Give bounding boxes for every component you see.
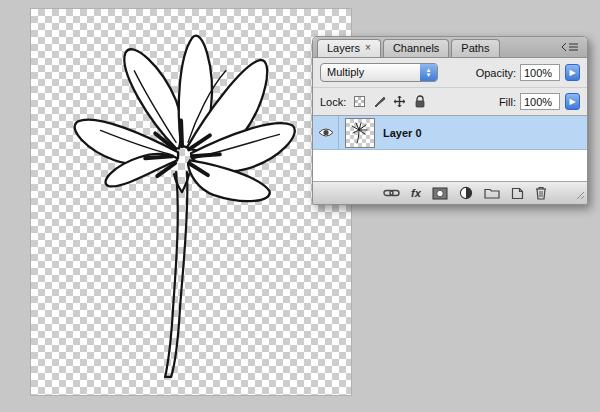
tab-layers-label: Layers — [327, 42, 360, 54]
fill-field[interactable]: 100% — [520, 93, 560, 110]
photoshop-workspace: { "canvas": { "description": "flower lin… — [0, 0, 600, 412]
trash-icon[interactable] — [535, 185, 547, 201]
eye-icon — [318, 127, 334, 138]
panel-menu-icon[interactable] — [559, 41, 581, 53]
opacity-slider-arrow[interactable]: ▶ — [565, 64, 580, 81]
opacity-field[interactable]: 100% — [520, 64, 560, 81]
lock-label: Lock: — [320, 96, 346, 108]
layer-mask-icon[interactable] — [432, 185, 448, 201]
flower-sketch — [31, 9, 351, 395]
lock-pixels-icon[interactable] — [372, 94, 387, 109]
fill-label: Fill: — [499, 96, 516, 108]
visibility-cell[interactable] — [313, 116, 339, 149]
opacity-label: Opacity: — [476, 67, 516, 79]
adjustment-layer-icon[interactable] — [459, 185, 473, 201]
panel-tab-bar: Layers × Channels Paths — [313, 37, 587, 58]
layers-list: Layer 0 — [313, 115, 587, 181]
opacity-value: 100% — [524, 67, 552, 79]
tab-close-icon[interactable]: × — [365, 43, 371, 53]
blend-mode-value: Multiply — [321, 64, 420, 81]
document-canvas[interactable] — [30, 8, 352, 396]
new-layer-icon[interactable] — [511, 185, 524, 201]
fill-slider-arrow[interactable]: ▶ — [565, 93, 580, 110]
fx-icon[interactable]: fx — [411, 185, 421, 201]
lock-buttons — [352, 94, 427, 109]
fill-value: 100% — [524, 96, 552, 108]
dropdown-stepper-icon: ▲▼ — [420, 64, 437, 81]
tab-channels-label: Channels — [393, 42, 439, 54]
layers-panel: Layers × Channels Paths Multiply ▲▼ Opac… — [312, 36, 588, 205]
blend-opacity-row: Multiply ▲▼ Opacity: 100% ▶ — [313, 58, 587, 88]
tab-layers[interactable]: Layers × — [317, 39, 381, 57]
tab-paths[interactable]: Paths — [451, 39, 499, 57]
panel-bottom-bar: fx — [313, 181, 587, 204]
blend-mode-dropdown[interactable]: Multiply ▲▼ — [320, 63, 438, 82]
tab-channels[interactable]: Channels — [383, 39, 449, 57]
panel-resize-grip[interactable] — [575, 190, 585, 202]
lock-fill-row: Lock: — [313, 88, 587, 115]
lock-all-icon[interactable] — [412, 94, 427, 109]
thumbnail-flower-icon — [348, 121, 372, 145]
layer-thumbnail[interactable] — [345, 118, 375, 148]
lock-transparency-icon[interactable] — [352, 94, 367, 109]
layer-name[interactable]: Layer 0 — [381, 127, 422, 139]
lock-position-icon[interactable] — [392, 94, 407, 109]
tab-paths-label: Paths — [461, 42, 489, 54]
group-folder-icon[interactable] — [484, 185, 500, 201]
layer-row[interactable]: Layer 0 — [313, 116, 587, 150]
link-layers-icon[interactable] — [383, 185, 400, 201]
